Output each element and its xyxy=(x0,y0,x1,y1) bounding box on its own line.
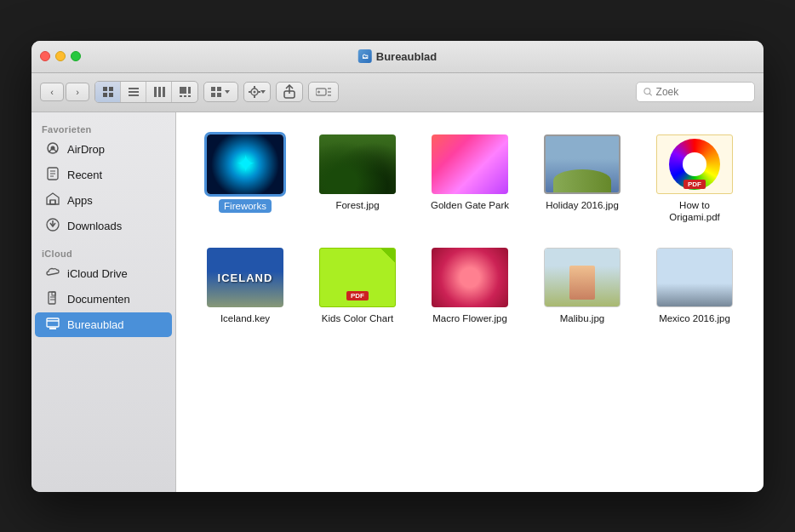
svg-rect-13 xyxy=(184,95,186,97)
share-icon xyxy=(283,84,296,100)
forest-label: Forest.jpg xyxy=(335,199,379,212)
window-title: 🗂 Bureaublad xyxy=(358,49,438,63)
airdrop-icon xyxy=(45,141,60,157)
sidebar-item-icloud-drive[interactable]: iCloud Drive xyxy=(35,261,172,286)
golden-gate-thumb xyxy=(432,134,508,194)
view-buttons xyxy=(94,81,198,103)
svg-rect-7 xyxy=(154,87,157,97)
file-area: Fireworks Forest.jpg Golden Gate Park xyxy=(176,112,764,492)
svg-point-33 xyxy=(644,89,650,94)
svg-rect-51 xyxy=(47,318,59,327)
sidebar-section-icloud: iCloud xyxy=(31,245,175,260)
apps-label: Apps xyxy=(67,194,93,207)
tag-button[interactable] xyxy=(308,82,339,102)
search-input[interactable] xyxy=(656,86,747,98)
file-item-forest[interactable]: Forest.jpg xyxy=(306,129,409,230)
sidebar: Favorieten AirDrop xyxy=(31,112,176,492)
main-content: Favorieten AirDrop xyxy=(31,112,764,492)
view-columns[interactable] xyxy=(146,82,172,102)
svg-rect-54 xyxy=(49,328,56,329)
svg-rect-11 xyxy=(188,87,191,94)
mexico-thumb xyxy=(656,248,733,307)
svg-rect-28 xyxy=(316,89,326,95)
search-icon xyxy=(643,87,653,97)
forward-button[interactable]: › xyxy=(66,83,89,101)
file-grid: Fireworks Forest.jpg Golden Gate Park xyxy=(193,129,746,331)
svg-rect-2 xyxy=(103,93,107,97)
iceland-thumb: ICELAND xyxy=(207,248,283,307)
share-button[interactable] xyxy=(276,82,303,102)
nav-buttons: ‹ › xyxy=(40,83,89,101)
documenten-label: Documenten xyxy=(67,293,130,306)
file-item-malibu[interactable]: Malibu.jpg xyxy=(530,243,634,330)
action-chevron-icon xyxy=(260,89,266,95)
svg-rect-23 xyxy=(254,95,255,98)
file-item-holiday[interactable]: Holiday 2016.jpg xyxy=(530,129,634,230)
airdrop-label: AirDrop xyxy=(67,143,105,156)
titlebar: 🗂 Bureaublad xyxy=(31,41,764,73)
recent-icon xyxy=(45,167,60,183)
view-icon-grid[interactable] xyxy=(95,82,121,102)
svg-rect-12 xyxy=(180,95,182,97)
file-item-mexico[interactable]: Mexico 2016.jpg xyxy=(643,243,746,330)
documenten-icon xyxy=(45,291,60,307)
macro-flower-label: Macro Flower.jpg xyxy=(432,312,507,325)
sidebar-item-recent[interactable]: Recent xyxy=(35,163,172,187)
finder-window: 🗂 Bureaublad ‹ › xyxy=(31,41,764,492)
view-list[interactable] xyxy=(121,82,146,102)
group-button[interactable] xyxy=(203,82,238,102)
group-icon xyxy=(211,87,222,98)
recent-label: Recent xyxy=(67,169,102,181)
svg-rect-18 xyxy=(217,93,221,97)
svg-marker-26 xyxy=(260,90,266,94)
origami-thumb: PDF xyxy=(656,134,733,194)
gear-icon xyxy=(249,86,260,98)
action-button[interactable] xyxy=(243,82,271,102)
file-item-macro-flower[interactable]: Macro Flower.jpg xyxy=(418,243,522,330)
fireworks-label: Fireworks xyxy=(219,199,272,214)
minimize-button[interactable] xyxy=(55,51,66,61)
svg-rect-10 xyxy=(180,87,186,94)
malibu-thumb xyxy=(544,248,621,307)
svg-rect-22 xyxy=(254,86,255,89)
macro-flower-thumb xyxy=(432,248,508,307)
holiday-thumb xyxy=(544,134,621,194)
file-item-kids-color[interactable]: PDF Kids Color Chart xyxy=(306,243,409,330)
origami-label: How toOrigami.pdf xyxy=(669,199,719,225)
svg-rect-15 xyxy=(211,87,215,91)
column-view-icon xyxy=(153,86,165,98)
window-title-label: Bureaublad xyxy=(376,50,438,63)
svg-rect-4 xyxy=(129,88,139,89)
sidebar-item-downloads[interactable]: Downloads xyxy=(35,214,172,238)
icloud-drive-icon xyxy=(45,266,60,282)
back-button[interactable]: ‹ xyxy=(40,83,64,101)
file-item-iceland[interactable]: ICELAND Iceland.key xyxy=(193,243,297,330)
downloads-icon xyxy=(45,218,60,234)
sidebar-section-favorieten: Favorieten xyxy=(31,121,175,136)
svg-rect-14 xyxy=(188,95,191,97)
downloads-label: Downloads xyxy=(67,220,122,232)
svg-rect-44 xyxy=(50,200,55,204)
file-item-origami[interactable]: PDF How toOrigami.pdf xyxy=(643,129,746,230)
gallery-view-icon xyxy=(179,86,191,98)
svg-rect-3 xyxy=(109,93,113,97)
sidebar-item-documenten[interactable]: Documenten xyxy=(35,287,172,312)
sidebar-item-apps[interactable]: Apps xyxy=(35,188,172,213)
maximize-button[interactable] xyxy=(71,51,81,61)
kids-color-thumb: PDF xyxy=(319,248,396,307)
view-gallery[interactable] xyxy=(172,82,197,102)
chevron-down-icon xyxy=(224,89,231,95)
title-folder-icon: 🗂 xyxy=(358,49,372,63)
sidebar-item-airdrop[interactable]: AirDrop xyxy=(35,137,172,162)
list-view-icon xyxy=(128,86,140,98)
close-button[interactable] xyxy=(40,51,50,61)
file-item-fireworks[interactable]: Fireworks xyxy=(193,129,297,230)
golden-gate-label: Golden Gate Park xyxy=(431,199,509,212)
malibu-label: Malibu.jpg xyxy=(560,312,604,325)
svg-marker-41 xyxy=(47,193,59,204)
search-box[interactable] xyxy=(636,82,755,102)
file-item-golden-gate[interactable]: Golden Gate Park xyxy=(418,129,522,230)
sidebar-item-bureaublad[interactable]: Bureaublad xyxy=(35,312,172,337)
svg-rect-24 xyxy=(249,91,251,93)
apps-icon xyxy=(45,192,60,209)
